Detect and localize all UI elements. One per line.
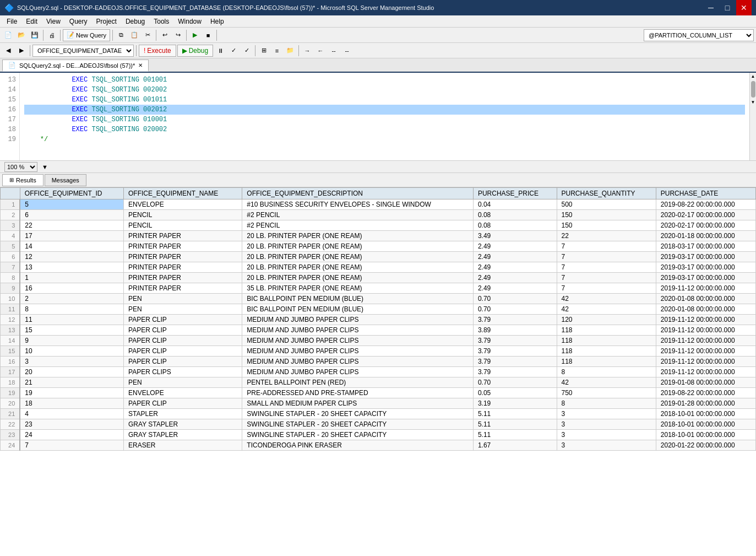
table-cell[interactable]: MEDIUM AND JUMBO PAPER CLIPS [242,336,474,346]
table-row[interactable]: 149PAPER CLIPMEDIUM AND JUMBO PAPER CLIP… [1,336,756,346]
table-cell[interactable]: 118 [557,346,656,357]
table-cell[interactable]: 20 [20,367,123,377]
table-cell[interactable]: 0.04 [473,199,557,210]
code-line-17[interactable]: EXEC TSQL_SORTING 010001 [24,115,745,125]
table-cell[interactable]: #10 BUSINESS SECURITY ENVELOPES - SINGLE… [242,199,474,210]
run-button[interactable]: ▶ [189,29,201,41]
table-cell[interactable]: PEN [124,294,242,304]
table-cell[interactable]: 9 [20,336,123,346]
table-cell[interactable]: 21 [20,377,123,388]
table-row[interactable]: 102PENBIC BALLPOINT PEN MEDIUM (BLUE)0.7… [1,294,756,304]
table-cell[interactable]: 2019-11-12 00:00:00.000 [656,315,755,325]
table-cell[interactable]: 1 [20,273,123,283]
table-cell[interactable]: PRINTER PAPER [124,262,242,273]
table-cell[interactable]: 2.49 [473,283,557,294]
table-cell[interactable]: 2019-03-17 00:00:00.000 [656,262,755,273]
table-cell[interactable]: GRAY STAPLER [124,430,242,440]
table-row[interactable]: 118PENBIC BALLPOINT PEN MEDIUM (BLUE)0.7… [1,304,756,315]
table-cell[interactable]: 150 [557,210,656,220]
table-cell[interactable]: 7 [557,283,656,294]
zoom-selector[interactable]: 100 % [4,162,37,172]
table-cell[interactable]: 5.11 [473,419,557,430]
table-cell[interactable]: 19 [20,388,123,398]
table-cell[interactable]: 8 [20,304,123,315]
table-cell[interactable]: 150 [557,220,656,231]
table-cell[interactable]: PENCIL [124,220,242,231]
table-cell[interactable]: SWINGLINE STAPLER - 20 SHEET CAPACITY [242,419,474,430]
minimize-button[interactable]: ─ [703,0,719,15]
table-cell[interactable]: 3.19 [473,398,557,409]
table-cell[interactable]: 0.70 [473,294,557,304]
col-header-price[interactable]: PURCHASE_PRICE [473,188,557,199]
table-cell[interactable]: 118 [557,357,656,367]
code-line-13[interactable]: EXEC TSQL_SORTING 001001 [24,75,745,85]
table-cell[interactable]: 10 [20,346,123,357]
table-cell[interactable]: 2018-10-01 00:00:00.000 [656,430,755,440]
table-cell[interactable]: TICONDEROGA PINK ERASER [242,440,474,451]
table-row[interactable]: 612PRINTER PAPER20 LB. PRINTER PAPER (ON… [1,252,756,262]
menu-item-help[interactable]: Help [206,17,229,26]
table-cell[interactable]: PAPER CLIPS [124,367,242,377]
table-cell[interactable]: 3 [557,409,656,419]
table-cell[interactable]: 2020-01-22 00:00:00.000 [656,440,755,451]
menu-item-debug[interactable]: Debug [121,17,149,26]
table-cell[interactable]: 5.11 [473,430,557,440]
code-line-15[interactable]: EXEC TSQL_SORTING 001011 [24,95,745,105]
table-cell[interactable]: 2.49 [473,273,557,283]
table-cell[interactable]: 11 [20,315,123,325]
table-cell[interactable]: MEDIUM AND JUMBO PAPER CLIPS [242,315,474,325]
table-cell[interactable]: #2 PENCIL [242,220,474,231]
table-cell[interactable]: 42 [557,294,656,304]
table-cell[interactable]: 20 LB. PRINTER PAPER (ONE REAM) [242,241,474,252]
redo-button[interactable]: ↪ [172,29,184,41]
stop2-button[interactable]: ✓ [227,45,240,57]
table-cell[interactable]: 2018-10-01 00:00:00.000 [656,409,755,419]
table-cell[interactable]: PRINTER PAPER [124,231,242,241]
table-cell[interactable]: STAPLER [124,409,242,419]
results-to-text[interactable]: ≡ [271,45,283,57]
table-cell[interactable]: #2 PENCIL [242,210,474,220]
table-cell[interactable]: SWINGLINE STAPLER - 20 SHEET CAPACITY [242,409,474,419]
table-cell[interactable]: 14 [20,241,123,252]
menu-item-project[interactable]: Project [92,17,121,26]
unindent-button[interactable]: ← [314,45,327,57]
table-cell[interactable]: PRE-ADDRESSED AND PRE-STAMPED [242,388,474,398]
code-line-14[interactable]: EXEC TSQL_SORTING 002002 [24,85,745,95]
table-cell[interactable]: 2.49 [473,252,557,262]
results-tab-results[interactable]: ⊞ Results [2,174,43,186]
table-cell[interactable]: MEDIUM AND JUMBO PAPER CLIPS [242,325,474,336]
tab-close-button[interactable]: ✕ [138,62,143,68]
table-cell[interactable]: 7 [557,252,656,262]
table-row[interactable]: 2018PAPER CLIPSMALL AND MEDIUM PAPER CLI… [1,398,756,409]
table-cell[interactable]: 3.79 [473,367,557,377]
editor-scrollbar[interactable]: ▲ ▼ [749,73,756,160]
table-cell[interactable]: 12 [20,252,123,262]
table-row[interactable]: 247ERASERTICONDEROGA PINK ERASER1.673202… [1,440,756,451]
table-cell[interactable]: MEDIUM AND JUMBO PAPER CLIPS [242,357,474,367]
back-button[interactable]: ◀ [2,45,14,57]
table-cell[interactable]: 8 [557,367,656,377]
table-cell[interactable]: BIC BALLPOINT PEN MEDIUM (BLUE) [242,304,474,315]
table-cell[interactable]: 16 [20,283,123,294]
table-cell[interactable]: 13 [20,262,123,273]
table-row[interactable]: 1720PAPER CLIPSMEDIUM AND JUMBO PAPER CL… [1,367,756,377]
table-cell[interactable]: 7 [557,241,656,252]
table-cell[interactable]: 2.49 [473,262,557,273]
table-cell[interactable]: 2019-03-17 00:00:00.000 [656,273,755,283]
table-cell[interactable]: PAPER CLIP [124,346,242,357]
uncomment-button[interactable]: -- [341,45,353,57]
table-row[interactable]: 1919ENVELOPEPRE-ADDRESSED AND PRE-STAMPE… [1,388,756,398]
table-cell[interactable]: 3.79 [473,346,557,357]
new-file-button[interactable]: 📄 [2,29,14,41]
table-cell[interactable]: 22 [20,220,123,231]
col-header-id[interactable]: OFFICE_EQUIPMENT_ID [20,188,123,199]
table-cell[interactable]: 35 LB. PRINTER PAPER (ONE REAM) [242,283,474,294]
table-cell[interactable]: 2019-11-12 00:00:00.000 [656,325,755,336]
table-cell[interactable]: 3.79 [473,357,557,367]
table-cell[interactable]: 2.49 [473,241,557,252]
table-row[interactable]: 26PENCIL#2 PENCIL0.081502020-02-17 00:00… [1,210,756,220]
table-cell[interactable]: 750 [557,388,656,398]
table-cell[interactable]: 3 [557,430,656,440]
table-cell[interactable]: 2019-11-12 00:00:00.000 [656,346,755,357]
table-cell[interactable]: 2020-01-08 00:00:00.000 [656,294,755,304]
